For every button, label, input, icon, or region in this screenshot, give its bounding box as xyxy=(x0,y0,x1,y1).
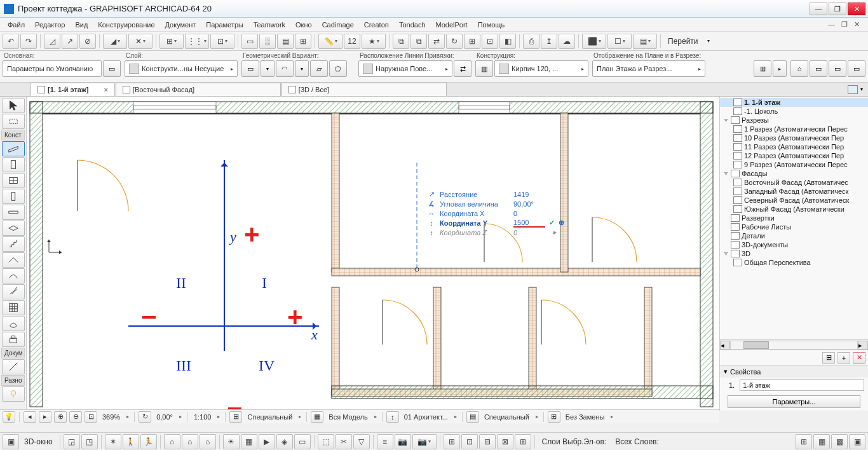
zoom-value[interactable]: 369% xyxy=(100,413,123,421)
b-cube2[interactable]: ◳ xyxy=(81,434,98,449)
b-snap3[interactable]: ⊟ xyxy=(479,434,496,449)
nav-section-11[interactable]: 11 Разрез (Автоматически Пер xyxy=(720,142,868,151)
wall-tool[interactable] xyxy=(2,141,25,156)
b-person1[interactable]: ✶ xyxy=(105,434,121,449)
stair-tool[interactable] xyxy=(2,236,25,252)
nav-floor1[interactable]: 1. 1-й этаж xyxy=(720,98,868,107)
model-dd[interactable]: ▸ xyxy=(373,414,378,419)
arrow-tool[interactable] xyxy=(2,98,25,113)
constr-type-button[interactable]: ▥ xyxy=(475,60,493,77)
spec2-value[interactable]: Специальный xyxy=(482,413,532,421)
scroll-left-button[interactable]: ◂ xyxy=(720,341,730,350)
nav-section-12[interactable]: 12 Разрез (Автоматически Пер xyxy=(720,151,868,160)
wall-icon-button[interactable]: ▭ xyxy=(103,60,121,77)
close-button[interactable]: ✕ xyxy=(848,3,865,15)
zoom-dd[interactable]: ▸ xyxy=(125,414,130,419)
nav-section-1[interactable]: 1 Разрез (Автоматически Перес xyxy=(720,125,868,133)
arch-ico[interactable]: ↕ xyxy=(386,411,399,423)
menu-view[interactable]: Вид xyxy=(70,19,93,31)
nav-new-button[interactable]: ⊞ xyxy=(822,352,835,364)
b-r2[interactable]: ▦ xyxy=(813,434,830,449)
b-sun[interactable]: ☀ xyxy=(223,434,240,449)
drawing-button[interactable]: ◧ xyxy=(499,34,516,49)
morph-tool[interactable] xyxy=(2,316,25,331)
door-tool[interactable] xyxy=(2,157,25,172)
scale-dd[interactable]: ▸ xyxy=(216,414,221,419)
nav-views-button[interactable]: ▭ xyxy=(810,60,827,77)
props-label[interactable]: Свойства xyxy=(730,368,761,376)
marquee-tool[interactable] xyxy=(2,114,25,129)
rotate-button[interactable]: ↻ xyxy=(139,411,151,423)
menu-help[interactable]: Помощь xyxy=(473,19,510,31)
nav-add-button[interactable]: + xyxy=(837,352,850,364)
navigator-tree[interactable]: 1. 1-й этаж -1. Цоколь ▿Разрезы 1 Разрез… xyxy=(720,97,868,339)
menu-options[interactable]: Параметры xyxy=(201,19,248,31)
tracker[interactable]: ↗Расстояние1419 ∡Угловая величина90,00° … xyxy=(427,189,564,237)
b-photo[interactable]: ◈ xyxy=(276,434,293,449)
spec2-ico[interactable]: ▤ xyxy=(466,411,479,423)
mdi-restore[interactable]: ❐ xyxy=(839,20,850,29)
menu-document[interactable]: Документ xyxy=(160,19,201,31)
tab-3d-all[interactable]: [3D / Все] xyxy=(281,83,447,96)
b-r3[interactable]: ▩ xyxy=(831,434,848,449)
repl-value[interactable]: Без Замены xyxy=(563,413,607,421)
guideline-button[interactable]: ◢▾ xyxy=(103,34,127,49)
b-house3[interactable]: ⌂ xyxy=(200,434,216,449)
arch-dd[interactable]: ▸ xyxy=(453,414,458,419)
nav-sections[interactable]: ▿Разрезы xyxy=(720,116,868,125)
snap-button[interactable]: ✕▾ xyxy=(128,34,153,49)
disp-value[interactable]: Специальный xyxy=(245,413,295,421)
b-layers[interactable]: ≡ xyxy=(377,434,393,449)
nav-basement[interactable]: -1. Цоколь xyxy=(720,107,868,116)
tab-overview[interactable]: ▾ xyxy=(843,83,868,96)
pick-button[interactable]: ◿ xyxy=(44,34,60,49)
nav-publish-button[interactable]: ▭ xyxy=(848,60,865,77)
b-snap1[interactable]: ⊞ xyxy=(444,434,460,449)
scroll-thumb[interactable] xyxy=(743,341,769,349)
measure-button[interactable]: 12 xyxy=(344,34,360,49)
goto-label[interactable]: Перейти xyxy=(664,37,702,46)
nav-home-button[interactable]: ⌂ xyxy=(790,60,808,77)
publish-button[interactable]: ⎙ xyxy=(523,34,539,49)
plus-icon[interactable]: ⊕ xyxy=(559,219,564,227)
menu-window[interactable]: Окно xyxy=(290,19,317,31)
nav-interior-elev[interactable]: Развертки xyxy=(720,214,868,222)
menu-creaton[interactable]: Creaton xyxy=(359,19,394,31)
model-ico[interactable]: ▦ xyxy=(311,411,323,423)
goto-dd[interactable]: ▾ xyxy=(703,38,714,44)
t1-hidden-button[interactable]: ░ xyxy=(259,34,276,49)
toolbox-group-dokum[interactable]: Докум xyxy=(1,348,25,358)
scroll-right-button[interactable]: ▸ xyxy=(858,341,868,350)
b-snap4[interactable]: ⊠ xyxy=(497,434,513,449)
nav-elev-north[interactable]: Северный Фасад (Автоматическ xyxy=(720,196,868,205)
toolbox-group-razno[interactable]: Разно xyxy=(1,375,25,386)
zoom-in-button[interactable]: ⊕ xyxy=(54,411,67,423)
minimize-button[interactable]: — xyxy=(810,3,827,15)
t1-opt3-button[interactable]: ▤ xyxy=(277,34,294,49)
zoom-next-button[interactable]: ▸ xyxy=(39,411,51,423)
line-tool[interactable] xyxy=(2,359,25,374)
nav-3d[interactable]: ▿3D xyxy=(720,249,868,258)
b-walk[interactable]: 🚶 xyxy=(123,434,139,449)
object-tool[interactable] xyxy=(2,332,25,347)
model-value[interactable]: Вся Модель xyxy=(326,413,370,421)
view3d-button[interactable]: ⬛▾ xyxy=(582,34,606,49)
spec2-dd[interactable]: ▸ xyxy=(534,414,539,419)
nav-delete-button[interactable]: ✕ xyxy=(853,352,865,364)
check-icon[interactable]: ✓ xyxy=(549,219,555,227)
inject-button[interactable]: ↗ xyxy=(62,34,78,49)
zoom-fit-button[interactable]: ⊡ xyxy=(85,411,97,423)
flip-button[interactable]: ⇄ xyxy=(454,60,471,77)
layer-select[interactable]: Конструкти...ны Несущие ▸ xyxy=(125,60,238,77)
constr-select[interactable]: Кирпич 120, ...▸ xyxy=(494,60,588,77)
nav-3ddocs[interactable]: 3D-документы xyxy=(720,240,868,249)
refline-select[interactable]: Наружная Пове...▸ xyxy=(358,60,452,77)
b-cube1[interactable]: ◲ xyxy=(64,434,80,449)
menu-file[interactable]: Файл xyxy=(3,19,30,31)
disp-ico[interactable]: ⊞ xyxy=(229,411,242,423)
gridsnap-button[interactable]: ⋮⋮▾ xyxy=(185,34,209,49)
trace-button[interactable]: ⧉ xyxy=(393,34,409,49)
b-house2[interactable]: ⌂ xyxy=(182,434,198,449)
tab-east-facade[interactable]: [Восточный Фасад] xyxy=(116,83,281,96)
nav-details[interactable]: Детали xyxy=(720,231,868,240)
